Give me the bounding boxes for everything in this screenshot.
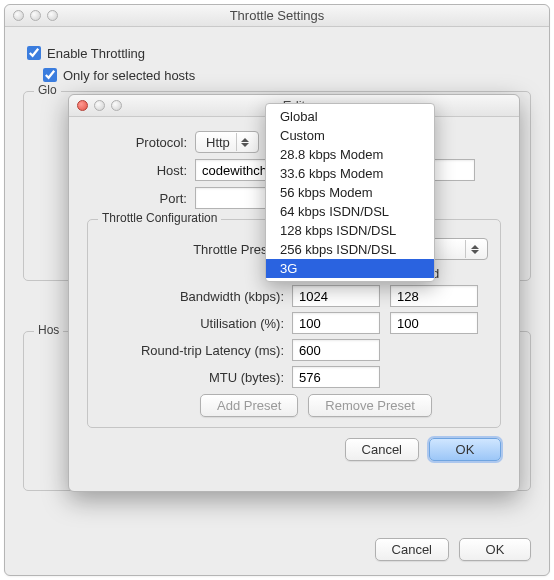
minimize-icon[interactable] xyxy=(30,10,41,21)
bandwidth-upload-input[interactable] xyxy=(390,285,478,307)
zoom-icon xyxy=(111,100,122,111)
host-label: Host: xyxy=(87,163,195,178)
preset-dropdown-menu: GlobalCustom28.8 kbps Modem33.6 kbps Mod… xyxy=(265,103,435,282)
dialog-cancel-button[interactable]: Cancel xyxy=(345,438,419,461)
protocol-value: Http xyxy=(206,135,230,150)
dialog-footer: Cancel OK xyxy=(87,438,501,461)
preset-menu-item[interactable]: Custom xyxy=(266,126,434,145)
chevron-updown-icon xyxy=(465,240,483,258)
dialog-traffic-lights xyxy=(77,100,122,111)
only-selected-row: Only for selected hosts xyxy=(39,65,531,85)
close-icon[interactable] xyxy=(13,10,24,21)
bandwidth-row: Bandwidth (kbps): xyxy=(100,285,488,307)
close-icon[interactable] xyxy=(77,100,88,111)
utilisation-label: Utilisation (%): xyxy=(100,316,292,331)
mtu-label: MTU (bytes): xyxy=(100,370,292,385)
preset-menu-item[interactable]: 56 kbps Modem xyxy=(266,183,434,202)
chevron-updown-icon xyxy=(236,133,254,151)
preset-buttons: Add Preset Remove Preset xyxy=(200,394,488,417)
only-selected-checkbox[interactable] xyxy=(43,68,57,82)
utilisation-row: Utilisation (%): xyxy=(100,312,488,334)
preset-label: Throttle Preset: xyxy=(100,242,290,257)
preset-menu-item[interactable]: Global xyxy=(266,107,434,126)
latency-label: Round-trip Latency (ms): xyxy=(100,343,292,358)
hosts-group-label: Hos xyxy=(34,323,63,337)
utilisation-download-input[interactable] xyxy=(292,312,380,334)
main-cancel-button[interactable]: Cancel xyxy=(375,538,449,561)
main-titlebar: Throttle Settings xyxy=(5,5,549,27)
remove-preset-button[interactable]: Remove Preset xyxy=(308,394,432,417)
global-group-label: Glo xyxy=(34,83,61,97)
enable-throttling-label: Enable Throttling xyxy=(47,46,145,61)
zoom-icon[interactable] xyxy=(47,10,58,21)
enable-throttling-checkbox[interactable] xyxy=(27,46,41,60)
main-footer-buttons: Cancel OK xyxy=(375,538,531,561)
bandwidth-label: Bandwidth (kbps): xyxy=(100,289,292,304)
protocol-select[interactable]: Http xyxy=(195,131,259,153)
preset-menu-item[interactable]: 128 kbps ISDN/DSL xyxy=(266,221,434,240)
preset-menu-item[interactable]: 33.6 kbps Modem xyxy=(266,164,434,183)
throttle-config-label: Throttle Configuration xyxy=(98,211,221,225)
enable-throttling-row: Enable Throttling xyxy=(23,43,531,63)
bandwidth-download-input[interactable] xyxy=(292,285,380,307)
preset-menu-item[interactable]: 28.8 kbps Modem xyxy=(266,145,434,164)
dialog-ok-button[interactable]: OK xyxy=(429,438,501,461)
latency-input[interactable] xyxy=(292,339,380,361)
latency-row: Round-trip Latency (ms): xyxy=(100,339,488,361)
mtu-input[interactable] xyxy=(292,366,380,388)
preset-menu-item[interactable]: 3G xyxy=(266,259,434,278)
main-traffic-lights xyxy=(13,10,58,21)
main-title: Throttle Settings xyxy=(5,8,549,23)
only-selected-label: Only for selected hosts xyxy=(63,68,195,83)
minimize-icon xyxy=(94,100,105,111)
port-label: Port: xyxy=(87,191,195,206)
preset-menu-item[interactable]: 256 kbps ISDN/DSL xyxy=(266,240,434,259)
mtu-row: MTU (bytes): xyxy=(100,366,488,388)
utilisation-upload-input[interactable] xyxy=(390,312,478,334)
add-preset-button[interactable]: Add Preset xyxy=(200,394,298,417)
preset-menu-item[interactable]: 64 kbps ISDN/DSL xyxy=(266,202,434,221)
main-ok-button[interactable]: OK xyxy=(459,538,531,561)
protocol-label: Protocol: xyxy=(87,135,195,150)
